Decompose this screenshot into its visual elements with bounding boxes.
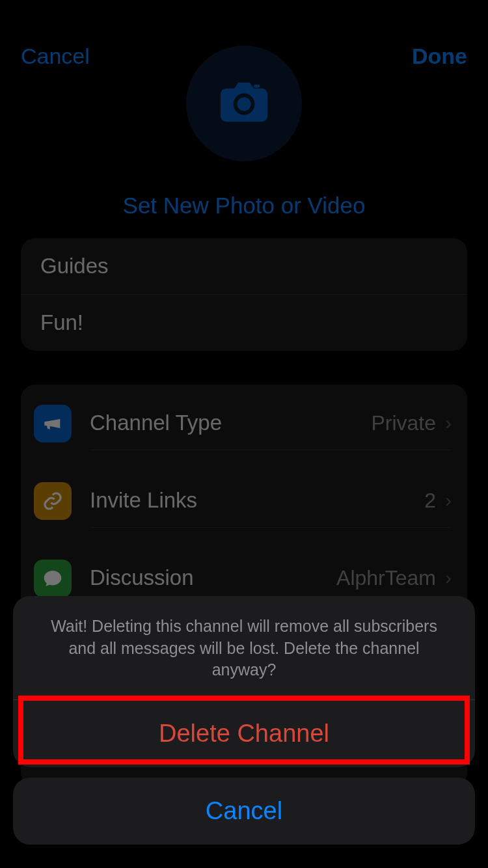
chevron-right-icon: ›: [445, 412, 452, 434]
done-button[interactable]: Done: [412, 44, 467, 69]
sheet-cancel-group: Cancel: [13, 778, 475, 845]
setting-label: Channel Type: [90, 411, 371, 435]
setting-label: Discussion: [90, 565, 336, 590]
avatar-placeholder[interactable]: [186, 46, 302, 161]
setting-value: AlphrTeam: [336, 566, 436, 590]
invite-links-row[interactable]: Invite Links 2 ›: [21, 462, 467, 539]
delete-action-sheet: Wait! Deleting this channel will remove …: [13, 596, 475, 855]
cancel-button[interactable]: Cancel: [21, 44, 90, 69]
megaphone-icon: [34, 405, 72, 442]
set-photo-button[interactable]: Set New Photo or Video: [123, 193, 366, 219]
camera-icon: [219, 83, 269, 124]
sheet-main-group: Wait! Deleting this channel will remove …: [13, 596, 475, 767]
link-icon: [34, 482, 72, 520]
sheet-cancel-button[interactable]: Cancel: [13, 778, 475, 845]
setting-label: Invite Links: [90, 488, 424, 513]
channel-type-row[interactable]: Channel Type Private ›: [21, 385, 467, 462]
info-card: Guides Fun!: [21, 238, 467, 351]
chevron-right-icon: ›: [445, 489, 452, 511]
chevron-right-icon: ›: [445, 567, 452, 589]
svg-rect-0: [254, 85, 260, 88]
setting-value: 2: [424, 489, 436, 513]
sheet-warning-text: Wait! Deleting this channel will remove …: [13, 596, 475, 700]
setting-value: Private: [371, 411, 436, 435]
channel-name-field[interactable]: Guides: [21, 238, 467, 295]
channel-description-field[interactable]: Fun!: [21, 295, 467, 351]
delete-channel-button[interactable]: Delete Channel: [13, 700, 475, 767]
avatar-section: Set New Photo or Video: [0, 78, 488, 219]
chat-icon: [34, 560, 72, 597]
